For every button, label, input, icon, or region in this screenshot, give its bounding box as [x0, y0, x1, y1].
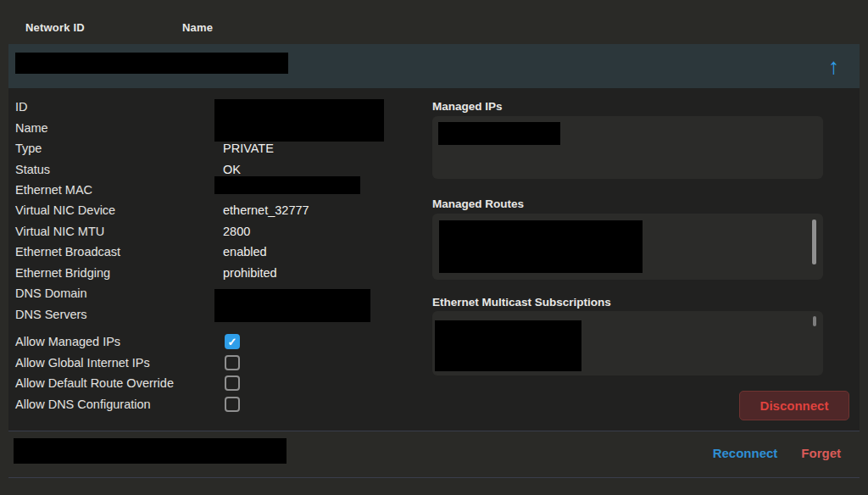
column-header-name: Name: [182, 21, 213, 34]
network-details-panel: ID Name Type PRIVATE Status OK Ethernet …: [8, 88, 860, 431]
toggle-label: Allow Managed IPs: [15, 335, 225, 348]
toggle-row-allow-global-internet-ips: Allow Global Internet IPs ✓: [15, 352, 287, 372]
reconnect-button[interactable]: Reconnect: [713, 446, 778, 460]
field-label: Type: [15, 142, 223, 155]
field-label: Virtual NIC MTU: [15, 225, 223, 238]
multicast-scrollbar[interactable]: [813, 316, 816, 326]
managed-routes-title: Managed Routes: [432, 197, 524, 210]
redacted-managed-ips: [438, 122, 560, 145]
managed-routes-scrollbar[interactable]: [812, 220, 816, 264]
field-row-virtual-nic-mtu: Virtual NIC MTU 2800: [15, 221, 405, 242]
field-row-virtual-nic-device: Virtual NIC Device ethernet_32777: [15, 200, 405, 220]
field-label: ID: [15, 100, 223, 114]
redacted-id-name-values: [214, 99, 384, 142]
field-label: Ethernet MAC: [15, 183, 223, 197]
allow-global-internet-ips-checkbox[interactable]: ✓: [225, 355, 240, 370]
multicast-subscriptions-title: Ethernet Multicast Subscriptions: [432, 296, 611, 309]
footer-bottom-divider: [8, 477, 860, 478]
field-row-ethernet-broadcast: Ethernet Broadcast enabled: [15, 242, 405, 262]
redacted-ethernet-mac-value: [214, 176, 360, 194]
allow-managed-ips-checkbox[interactable]: ✓: [225, 334, 240, 349]
redacted-footer-network-id: [14, 438, 287, 464]
toggle-row-allow-dns-configuration: Allow DNS Configuration ✓: [15, 393, 287, 414]
field-label: Virtual NIC Device: [15, 203, 223, 217]
toggle-list: Allow Managed IPs ✓ Allow Global Interne…: [15, 331, 287, 414]
toggle-label: Allow Global Internet IPs: [15, 356, 225, 370]
redacted-dns-values: [214, 289, 370, 322]
field-value: PRIVATE: [223, 142, 274, 155]
field-value: ethernet_32777: [223, 203, 309, 217]
disconnect-button[interactable]: Disconnect: [739, 391, 849, 420]
toggle-row-allow-managed-ips: Allow Managed IPs ✓: [15, 331, 287, 352]
managed-ips-title: Managed IPs: [432, 100, 503, 113]
checkmark-icon: ✓: [228, 336, 237, 348]
toggle-label: Allow Default Route Override: [15, 376, 225, 390]
field-value: prohibited: [223, 266, 277, 280]
allow-default-route-override-checkbox[interactable]: ✓: [225, 375, 240, 391]
footer-top-divider: [8, 431, 860, 431]
network-list-row[interactable]: ↑: [8, 44, 860, 88]
field-label: Name: [15, 121, 223, 135]
redacted-network-id-and-name: [15, 53, 288, 74]
field-label: DNS Domain: [15, 286, 223, 300]
network-app-window: Network ID Name ↑ ID Name Type PRIVATE S…: [0, 0, 868, 495]
field-row-ethernet-bridging: Ethernet Bridging prohibited: [15, 263, 405, 283]
redacted-managed-routes: [439, 220, 643, 273]
field-label: Ethernet Bridging: [15, 266, 223, 280]
column-header-network-id: Network ID: [25, 21, 85, 34]
managed-ips-listbox[interactable]: [432, 116, 823, 179]
field-label: Ethernet Broadcast: [15, 245, 223, 259]
allow-dns-configuration-checkbox[interactable]: ✓: [225, 397, 240, 412]
toggle-label: Allow DNS Configuration: [15, 398, 225, 411]
collapse-row-arrow-icon[interactable]: ↑: [828, 55, 839, 77]
toggle-row-allow-default-route-override: Allow Default Route Override ✓: [15, 373, 287, 393]
forget-button[interactable]: Forget: [801, 446, 841, 460]
field-value: OK: [223, 163, 241, 176]
field-value: 2800: [223, 225, 250, 238]
redacted-multicast-subscriptions: [435, 320, 581, 371]
managed-routes-listbox[interactable]: [432, 214, 823, 280]
field-label: DNS Servers: [15, 308, 223, 321]
field-value: enabled: [223, 245, 267, 259]
multicast-subscriptions-listbox[interactable]: [432, 311, 823, 375]
footer-actions: Reconnect Forget: [713, 446, 841, 460]
field-label: Status: [15, 163, 223, 176]
